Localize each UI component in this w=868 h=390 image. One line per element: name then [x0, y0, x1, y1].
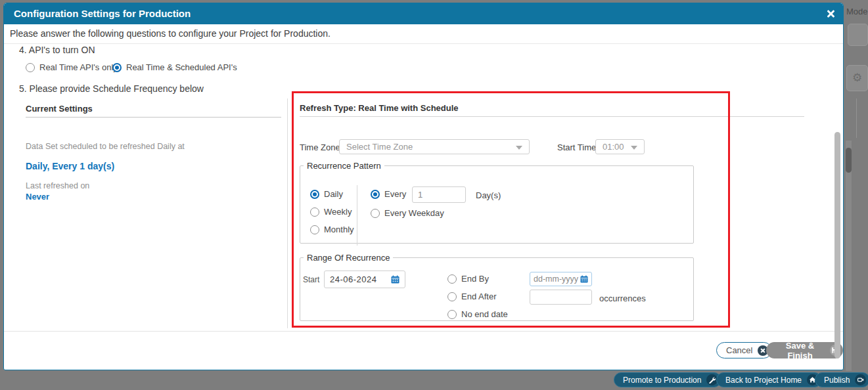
modal-subtitle-bar: Please answer the following questions to…: [4, 24, 843, 44]
radio-monthly[interactable]: Monthly: [310, 225, 354, 234]
radio-icon[interactable]: [310, 207, 319, 217]
pattern-divider: [357, 185, 357, 246]
days-unit-label: Day(s): [476, 190, 501, 200]
current-settings-divider: [26, 117, 281, 118]
modal-header: Configuration Settings for Production: [4, 3, 843, 24]
cancel-button-label: Cancel: [726, 345, 752, 355]
current-settings-heading: Current Settings: [26, 104, 93, 114]
save-finish-button-label: Save & Finish: [775, 341, 825, 360]
back-button-label: Back to Project Home: [725, 376, 802, 385]
radio-end-by-label: End By: [461, 274, 489, 284]
occurrences-input[interactable]: [530, 290, 592, 305]
background-mode-label: Mode: [846, 7, 868, 16]
publish-icon: [855, 374, 866, 385]
refresh-type-heading: Refresh Type: Real Time with Schedule: [300, 103, 459, 113]
radio-icon[interactable]: [310, 225, 319, 234]
gear-icon: ⚙: [846, 65, 868, 91]
promote-to-production-button[interactable]: Promote to Production: [614, 372, 721, 387]
time-zone-value: Select Time Zone: [346, 142, 413, 152]
publish-button[interactable]: Publish: [815, 372, 868, 387]
radio-icon[interactable]: [447, 292, 457, 301]
radio-selected-icon[interactable]: [371, 190, 380, 199]
recurrence-pattern-group: Recurrence Pattern Daily Weekly Monthly …: [300, 161, 694, 244]
publish-button-label: Publish: [824, 376, 850, 385]
recurrence-pattern-legend: Recurrence Pattern: [304, 161, 384, 171]
cancel-button[interactable]: Cancel: [716, 342, 772, 358]
chevron-down-icon: [516, 146, 522, 150]
radio-real-time-only[interactable]: Real Time API's only: [26, 62, 118, 72]
calendar-icon: [580, 275, 588, 283]
every-days-input[interactable]: [412, 186, 466, 203]
radio-real-time-scheduled[interactable]: Real Time & Scheduled API's: [112, 62, 237, 72]
end-by-date-input[interactable]: dd-mm-yyyy: [530, 272, 592, 286]
chevron-down-icon: [631, 146, 637, 150]
promote-button-label: Promote to Production: [623, 376, 701, 385]
save-finish-button[interactable]: Save & Finish: [766, 342, 843, 358]
calendar-icon: [391, 275, 400, 284]
radio-every-weekday-label: Every Weekday: [384, 208, 444, 218]
start-date-input[interactable]: 24-06-2024: [324, 271, 405, 288]
radio-every[interactable]: Every: [371, 189, 406, 199]
modal-subtitle: Please answer the following questions to…: [10, 24, 331, 43]
last-refreshed-value[interactable]: Never: [26, 192, 49, 202]
start-time-label: Start Time: [557, 142, 596, 152]
radio-daily[interactable]: Daily: [310, 189, 343, 199]
time-zone-label: Time Zone: [300, 142, 340, 152]
radio-every-label: Every: [384, 189, 406, 199]
radio-daily-label: Daily: [324, 189, 343, 199]
question4-label: 4. API's to turn ON: [19, 45, 95, 55]
radio-no-end-date[interactable]: No end date: [447, 309, 508, 319]
radio-real-time-only-label: Real Time API's only: [39, 62, 118, 72]
modal-scrollbar-thumb[interactable]: [834, 132, 840, 358]
back-to-project-home-button[interactable]: Back to Project Home: [716, 372, 822, 387]
question5-label: 5. Please provide Schedule Frequency bel…: [19, 83, 204, 94]
background-bottom-bar: Promote to Production Back to Project Ho…: [0, 371, 868, 390]
radio-every-weekday[interactable]: Every Weekday: [371, 208, 444, 218]
radio-end-after-label: End After: [461, 292, 496, 301]
radio-icon[interactable]: [371, 209, 380, 218]
schedule-link[interactable]: Daily, Every 1 day(s): [26, 161, 114, 171]
modal-title: Configuration Settings for Production: [14, 3, 191, 24]
radio-no-end-date-label: No end date: [461, 309, 508, 319]
screen: Mode ⚙ Promote to Production Back to Pro…: [0, 0, 868, 390]
refresh-type-divider: [300, 116, 804, 117]
column-divider: [287, 98, 288, 328]
end-by-date-placeholder: dd-mm-yyyy: [534, 274, 578, 284]
start-time-select[interactable]: 01:00: [595, 139, 645, 154]
current-settings-line1: Data Set scheduled to be refreshed Daily…: [26, 142, 185, 151]
close-icon[interactable]: [826, 9, 835, 18]
background-divider: [856, 98, 857, 138]
start-time-value: 01:00: [603, 142, 624, 152]
start-date-value: 24-06-2024: [330, 274, 377, 284]
range-of-recurrence-legend: Range Of Recurrence: [304, 253, 393, 263]
radio-end-by[interactable]: End By: [447, 274, 489, 284]
radio-weekly[interactable]: Weekly: [310, 207, 352, 217]
radio-weekly-label: Weekly: [324, 207, 352, 217]
radio-icon[interactable]: [26, 63, 35, 72]
range-of-recurrence-group: Range Of Recurrence Start 24-06-2024 End…: [300, 253, 694, 321]
radio-selected-icon[interactable]: [112, 63, 122, 72]
last-refreshed-label: Last refreshed on: [26, 181, 89, 190]
background-scrollbar-track: [846, 141, 852, 371]
background-scrollbar-thumb: [846, 148, 852, 173]
footer-divider: [4, 331, 844, 332]
occurrences-label: occurrences: [599, 293, 646, 303]
time-zone-select[interactable]: Select Time Zone: [339, 139, 530, 154]
radio-end-after[interactable]: End After: [447, 292, 496, 301]
radio-selected-icon[interactable]: [310, 190, 319, 199]
radio-icon[interactable]: [447, 310, 457, 319]
configuration-modal: Configuration Settings for Production Pl…: [3, 3, 844, 370]
radio-real-time-scheduled-label: Real Time & Scheduled API's: [126, 62, 237, 72]
background-toolbar-button: [848, 24, 868, 46]
start-date-label: Start: [303, 275, 319, 284]
radio-icon[interactable]: [447, 274, 457, 284]
radio-monthly-label: Monthly: [324, 225, 354, 234]
